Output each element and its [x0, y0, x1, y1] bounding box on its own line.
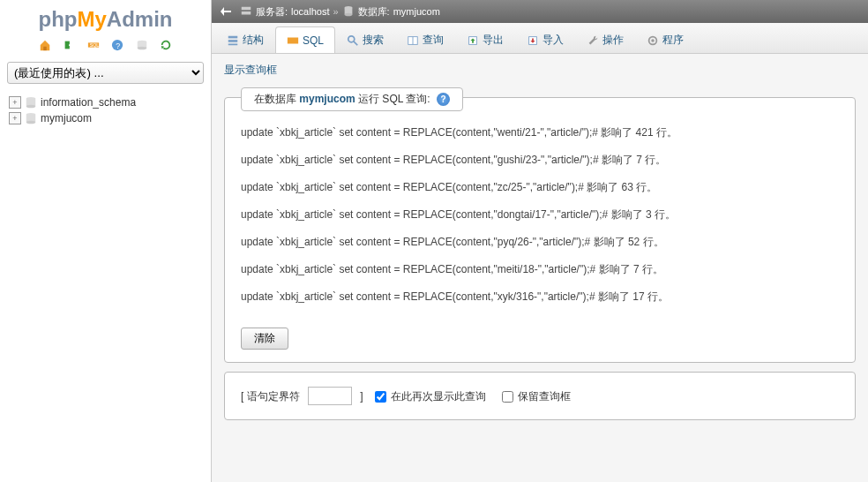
svg-rect-14 — [242, 7, 251, 11]
keep-frame-checkbox[interactable] — [502, 391, 513, 403]
svg-rect-20 — [228, 40, 238, 42]
svg-text:?: ? — [116, 41, 120, 50]
sql-result-line: update `xbkj_article` set content = REPL… — [241, 262, 839, 277]
svg-rect-15 — [242, 11, 251, 15]
tab-structure[interactable]: 结构 — [215, 26, 275, 53]
export-icon — [467, 34, 479, 47]
panel-title-suffix: 运行 SQL 查询: — [355, 93, 430, 105]
svg-rect-21 — [228, 43, 238, 45]
sql-result-line: update `xbkj_article` set content = REPL… — [241, 180, 839, 195]
svg-line-24 — [354, 41, 357, 44]
gear-icon — [647, 34, 659, 47]
tab-routines[interactable]: 程序 — [635, 26, 695, 53]
tab-label: 查询 — [423, 33, 444, 48]
svg-point-23 — [348, 35, 355, 41]
sidebar: phpMyAdmin SQL ? (最近使用的表) ... + informat… — [0, 0, 212, 482]
panel-title: 在数据库 mymjucom 运行 SQL 查询: ? — [241, 87, 463, 111]
import-icon — [527, 34, 539, 47]
tab-label: 程序 — [662, 33, 684, 48]
nav-back-icon[interactable] — [219, 4, 233, 19]
sql-result-line: update `xbkj_article` set content = REPL… — [241, 290, 839, 305]
docs-icon[interactable]: ? — [109, 39, 125, 55]
svg-rect-19 — [228, 35, 238, 38]
db-item-mymjucom[interactable]: + mymjucom — [9, 110, 204, 126]
settings-icon[interactable] — [134, 39, 150, 55]
svg-point-13 — [26, 121, 36, 124]
logo: phpMyAdmin — [7, 7, 204, 32]
main: 服务器: localhost » 数据库: mymjucom 结构 SQL 搜索… — [212, 0, 868, 482]
delimiter-panel: [ 语句定界符 ] 在此再次显示此查询 保留查询框 — [224, 372, 856, 420]
svg-point-10 — [26, 105, 36, 109]
sql-result-line: update `xbkj_article` set content = REPL… — [241, 125, 839, 140]
server-icon — [240, 5, 252, 18]
server-value[interactable]: localhost — [291, 6, 329, 17]
show-again-label[interactable]: 在此再次显示此查询 — [391, 390, 486, 403]
help-icon[interactable]: ? — [437, 93, 450, 106]
database-icon — [25, 112, 37, 124]
delimiter-input[interactable] — [308, 387, 352, 405]
wrench-icon — [587, 34, 599, 47]
keep-frame-label[interactable]: 保留查询框 — [518, 390, 571, 403]
tab-label: 导入 — [542, 33, 564, 48]
recent-tables-select[interactable]: (最近使用的表) ... — [7, 62, 204, 84]
clear-button[interactable]: 清除 — [241, 328, 288, 350]
sql-results: update `xbkj_article` set content = REPL… — [225, 117, 855, 322]
tab-sql[interactable]: SQL — [275, 26, 335, 53]
svg-point-7 — [137, 47, 146, 50]
svg-text:SQL: SQL — [89, 42, 99, 48]
panel-title-prefix: 在数据库 — [254, 93, 299, 105]
delimiter-label-open: [ 语句定界符 — [241, 390, 300, 403]
tab-label: 操作 — [602, 33, 624, 48]
tab-label: SQL — [303, 34, 324, 47]
tab-label: 导出 — [483, 33, 504, 48]
logout-icon[interactable] — [61, 39, 77, 55]
tab-operations[interactable]: 操作 — [575, 26, 635, 53]
database-icon — [342, 5, 355, 18]
show-again-checkbox[interactable] — [375, 391, 386, 403]
tabs: 结构 SQL 搜索 查询 导出 导入 操作 程序 — [212, 23, 868, 54]
logo-admin: Admin — [107, 7, 173, 31]
tab-search[interactable]: 搜索 — [335, 26, 395, 53]
expand-icon[interactable]: + — [9, 112, 21, 124]
delimiter-label-close: ] — [360, 390, 363, 403]
db-label: mymjucom — [41, 112, 92, 124]
server-label: 服务器: — [256, 5, 288, 19]
panel-title-db: mymjucom — [299, 93, 355, 105]
expand-icon[interactable]: + — [9, 96, 21, 109]
sql-result-line: update `xbkj_article` set content = REPL… — [241, 235, 839, 250]
content: 显示查询框 在数据库 mymjucom 运行 SQL 查询: ? update … — [212, 54, 868, 482]
db-label: information_schema — [41, 96, 136, 109]
breadcrumb-separator: » — [333, 6, 338, 17]
tab-import[interactable]: 导入 — [515, 26, 575, 53]
structure-icon — [227, 34, 239, 47]
reload-icon[interactable] — [158, 39, 174, 55]
logo-my: My — [77, 7, 106, 31]
db-item-information-schema[interactable]: + information_schema — [9, 94, 204, 110]
show-query-frame-link[interactable]: 显示查询框 — [224, 63, 277, 78]
breadcrumb: 服务器: localhost » 数据库: mymjucom — [212, 0, 868, 23]
sql-icon[interactable]: SQL — [86, 39, 101, 55]
database-tree: + information_schema + mymjucom — [7, 94, 204, 126]
svg-point-30 — [651, 39, 655, 42]
db-value[interactable]: mymjucom — [393, 6, 440, 17]
sql-result-line: update `xbkj_article` set content = REPL… — [241, 207, 839, 222]
home-icon[interactable] — [37, 39, 53, 55]
db-label: 数据库: — [358, 5, 390, 19]
search-icon — [347, 34, 359, 47]
svg-point-18 — [344, 13, 352, 17]
tab-query[interactable]: 查询 — [395, 26, 455, 53]
tab-export[interactable]: 导出 — [455, 26, 515, 53]
sidebar-toolbar: SQL ? — [7, 39, 204, 55]
logo-php: php — [39, 7, 78, 31]
svg-rect-22 — [288, 37, 298, 43]
sql-result-line: update `xbkj_article` set content = REPL… — [241, 153, 839, 168]
database-icon — [25, 96, 37, 109]
query-icon — [407, 34, 419, 47]
sql-icon — [287, 34, 299, 47]
tab-label: 搜索 — [363, 33, 384, 48]
svg-rect-0 — [43, 47, 47, 50]
tab-label: 结构 — [243, 33, 264, 48]
sql-result-panel: 在数据库 mymjucom 运行 SQL 查询: ? update `xbkj_… — [224, 97, 856, 363]
